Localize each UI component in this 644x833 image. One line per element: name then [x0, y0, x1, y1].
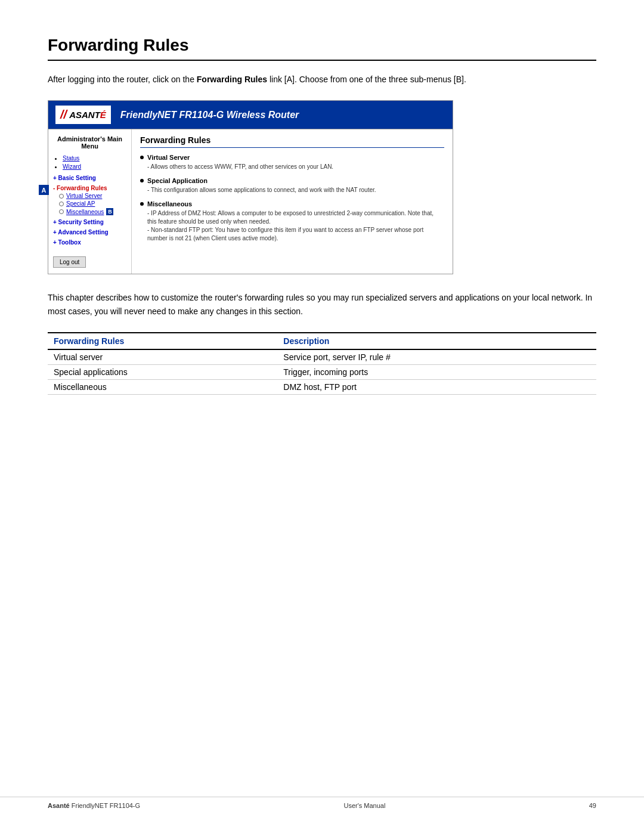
sidebar-forwarding-subitems: Virtual Server Special AP Miscellaneous … [53, 193, 126, 215]
logo-brand-text: ASANTÉ [69, 110, 106, 120]
badge-b: B [106, 208, 113, 215]
router-sidebar: Administrator's Main Menu Status Wizard … [48, 129, 132, 274]
table-cell-desc-1: Service port, server IP, rule # [277, 349, 596, 365]
sidebar-forwarding-rules-container: A - Forwarding Rules Virtual Server Spec… [53, 185, 126, 215]
footer-page-number: 49 [589, 802, 596, 809]
forwarding-rules-table: Forwarding Rules Description Virtual ser… [48, 332, 596, 395]
section-title-miscellaneous: Miscellaneous [140, 200, 444, 208]
router-body: Administrator's Main Menu Status Wizard … [48, 129, 453, 274]
sidebar-miscellaneous-link[interactable]: Miscellaneous [66, 209, 104, 215]
section-title-special-application: Special Application [140, 177, 444, 184]
section-desc-special-application: - This configuration allows some applica… [147, 186, 444, 194]
asante-logo: // ASANTÉ [55, 106, 111, 124]
table-header-rules: Forwarding Rules [48, 333, 277, 349]
section-desc-miscellaneous-2: - Non-standard FTP port: You have to con… [147, 226, 444, 243]
table-cell-rule-1: Virtual server [48, 349, 277, 365]
table-cell-rule-2: Special applications [48, 365, 277, 380]
radio-icon [59, 209, 64, 214]
description-paragraph: This chapter describes how to customize … [48, 291, 596, 318]
sidebar-toolbox[interactable]: + Toolbox [53, 239, 126, 246]
section-title-virtual-server: Virtual Server [140, 154, 444, 161]
footer-brand: Asanté FriendlyNET FR1104-G [48, 802, 140, 809]
sidebar-special-ap-link[interactable]: Special AP [66, 200, 95, 207]
sidebar-forwarding-rules[interactable]: - Forwarding Rules [53, 185, 126, 191]
badge-a: A [39, 185, 49, 195]
router-product-title: FriendlyNET FR1104-G Wireless Router [120, 110, 299, 120]
sidebar-link-wizard[interactable]: Wizard [63, 163, 81, 170]
intro-paragraph: After logging into the router, click on … [48, 73, 596, 86]
table-row: Virtual server Service port, server IP, … [48, 349, 596, 365]
table-cell-rule-3: Miscellaneous [48, 380, 277, 395]
sidebar-virtual-server: Virtual Server [59, 193, 126, 199]
sidebar-special-ap: Special AP [59, 200, 126, 207]
sidebar-top-menu: Status Wizard [53, 154, 126, 170]
sidebar-basic-setting[interactable]: + Basic Setting [53, 175, 126, 181]
logo-slash-icon: // [60, 108, 67, 122]
chapter-title: Forwarding Rules [48, 36, 596, 61]
sidebar-advanced-setting[interactable]: + Advanced Setting [53, 229, 126, 236]
radio-icon [59, 202, 64, 206]
sidebar-security-setting[interactable]: + Security Setting [53, 219, 126, 225]
bullet-icon [140, 179, 144, 182]
bullet-icon [140, 202, 144, 206]
section-miscellaneous: Miscellaneous - IP Address of DMZ Host: … [140, 200, 444, 243]
table-header-row: Forwarding Rules Description [48, 333, 596, 349]
logout-button[interactable]: Log out [53, 256, 86, 268]
sidebar-link-status[interactable]: Status [63, 155, 79, 162]
logout-container: Log out [53, 252, 126, 268]
sidebar-virtual-server-link[interactable]: Virtual Server [66, 193, 102, 199]
router-main-content: Forwarding Rules Virtual Server - Allows… [132, 129, 453, 274]
table-row: Special applications Trigger, incoming p… [48, 365, 596, 380]
table-cell-desc-3: DMZ host, FTP port [277, 380, 596, 395]
sidebar-miscellaneous: Miscellaneous B [59, 208, 126, 215]
footer-product: FriendlyNET FR1104-G [72, 802, 140, 809]
page-footer: Asanté FriendlyNET FR1104-G User's Manua… [0, 797, 644, 809]
table-header-description: Description [277, 333, 596, 349]
table-row: Miscellaneous DMZ host, FTP port [48, 380, 596, 395]
radio-icon [59, 194, 64, 199]
section-virtual-server: Virtual Server - Allows others to access… [140, 154, 444, 171]
admin-menu-title: Administrator's Main Menu [53, 135, 126, 150]
bullet-icon [140, 156, 144, 159]
section-desc-virtual-server: - Allows others to access WWW, FTP, and … [147, 163, 444, 171]
table-cell-desc-2: Trigger, incoming ports [277, 365, 596, 380]
router-header: // ASANTÉ FriendlyNET FR1104-G Wireless … [48, 101, 453, 129]
section-special-application: Special Application - This configuration… [140, 177, 444, 194]
section-desc-miscellaneous-1: - IP Address of DMZ Host: Allows a compu… [147, 209, 444, 226]
router-ui-screenshot: // ASANTÉ FriendlyNET FR1104-G Wireless … [48, 100, 453, 274]
footer-doc-type: User's Manual [343, 802, 385, 809]
main-page-title: Forwarding Rules [140, 135, 444, 148]
